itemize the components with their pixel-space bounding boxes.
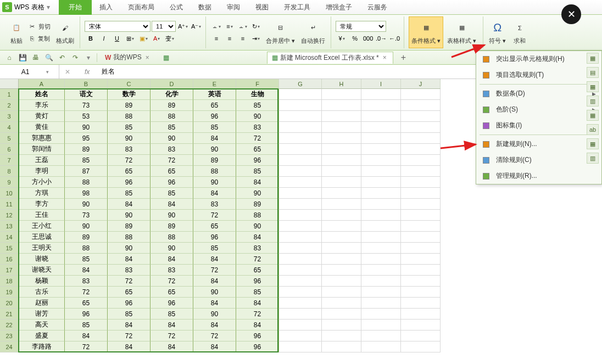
cell[interactable]: 83 <box>236 243 279 254</box>
cell[interactable]: 84 <box>193 133 236 144</box>
cell[interactable] <box>361 199 401 210</box>
cell[interactable]: 65 <box>108 287 150 298</box>
cell[interactable]: 85 <box>108 309 150 320</box>
cell[interactable]: 65 <box>108 166 150 177</box>
menu-item[interactable]: 新建规则(N)... <box>476 136 601 152</box>
comma-button[interactable]: 000 <box>362 33 374 44</box>
row-header-7[interactable]: 7 <box>0 155 19 166</box>
cell[interactable]: 88 <box>108 232 150 243</box>
col-header-E[interactable]: E <box>193 79 236 89</box>
cell[interactable]: 65 <box>236 144 279 155</box>
cell[interactable]: 盛夏 <box>19 331 65 341</box>
align-right-button[interactable]: ≡ <box>237 33 249 44</box>
cell[interactable]: 65 <box>193 100 236 111</box>
row-header-20[interactable]: 20 <box>0 298 19 309</box>
cell[interactable] <box>401 210 441 221</box>
cell[interactable]: 83 <box>150 144 193 155</box>
cell[interactable]: 王佳 <box>19 210 65 221</box>
rail-btn-6[interactable]: ab <box>587 124 599 135</box>
menu-tab-公式[interactable]: 公式 <box>162 0 191 15</box>
cell[interactable]: 72 <box>193 331 236 341</box>
cell[interactable] <box>361 320 401 331</box>
cell[interactable]: 90 <box>65 199 108 210</box>
cell[interactable] <box>279 265 322 276</box>
cell[interactable] <box>322 287 361 298</box>
cell[interactable]: 谢晓天 <box>19 265 65 276</box>
cell[interactable] <box>279 144 322 155</box>
cell[interactable] <box>361 254 401 265</box>
cell[interactable]: 88 <box>150 111 193 122</box>
cell[interactable]: 90 <box>150 243 193 254</box>
cell[interactable] <box>322 199 361 210</box>
row-header-10[interactable]: 10 <box>0 188 19 199</box>
cell[interactable]: 90 <box>65 221 108 232</box>
menu-item[interactable]: 数据条(D)▶ <box>476 86 601 102</box>
close-tab-icon[interactable]: × <box>144 54 151 61</box>
cell[interactable] <box>401 341 441 352</box>
fill-color-button[interactable]: ▣ <box>137 33 149 44</box>
cell[interactable]: 84 <box>193 276 236 287</box>
close-tab-icon[interactable]: × <box>381 54 388 61</box>
cell[interactable] <box>322 320 361 331</box>
cell[interactable] <box>401 100 441 111</box>
cell[interactable] <box>401 254 441 265</box>
cell[interactable]: 83 <box>236 122 279 133</box>
menu-tab-页面布局[interactable]: 页面布局 <box>120 0 162 15</box>
cell[interactable]: 96 <box>193 111 236 122</box>
cell[interactable]: 89 <box>150 100 193 111</box>
cell[interactable]: 72 <box>108 155 150 166</box>
cell[interactable] <box>401 243 441 254</box>
cell[interactable]: 83 <box>108 265 150 276</box>
row-header-21[interactable]: 21 <box>0 309 19 320</box>
cell[interactable]: 89 <box>108 221 150 232</box>
border-button[interactable]: ⊞ <box>124 33 136 44</box>
save-icon[interactable]: 💾 <box>18 53 27 63</box>
row-header-12[interactable]: 12 <box>0 210 19 221</box>
blank-doc-tab[interactable]: ▦ <box>159 53 264 63</box>
col-header-F[interactable]: F <box>236 79 279 89</box>
cell[interactable]: 88 <box>236 210 279 221</box>
name-box[interactable]: ▾ <box>0 65 59 79</box>
cell[interactable] <box>322 122 361 133</box>
cell[interactable]: 96 <box>236 341 279 352</box>
cell[interactable]: 96 <box>150 298 193 309</box>
cell[interactable] <box>279 254 322 265</box>
cell[interactable] <box>322 298 361 309</box>
cell[interactable]: 85 <box>108 188 150 199</box>
cell[interactable]: 96 <box>65 309 108 320</box>
cell[interactable]: 化学 <box>150 89 193 100</box>
cell[interactable]: 90 <box>193 309 236 320</box>
cell[interactable]: 84 <box>150 341 193 352</box>
cell[interactable]: 84 <box>65 331 108 341</box>
currency-button[interactable]: ¥ <box>336 33 348 44</box>
cell[interactable] <box>322 265 361 276</box>
cell[interactable] <box>401 111 441 122</box>
cell[interactable] <box>279 331 322 341</box>
cell[interactable]: 李明 <box>19 166 65 177</box>
cell[interactable] <box>401 177 441 188</box>
col-header-I[interactable]: I <box>361 79 401 89</box>
format-painter-button[interactable]: 🖌 格式刷 <box>54 16 76 48</box>
cell[interactable]: 90 <box>193 177 236 188</box>
cell[interactable]: 84 <box>193 341 236 352</box>
row-header-16[interactable]: 16 <box>0 254 19 265</box>
bold-button[interactable]: B <box>85 33 97 44</box>
row-header-2[interactable]: 2 <box>0 100 19 111</box>
menu-item[interactable]: 清除规则(C)▶ <box>476 152 601 168</box>
phonetic-button[interactable]: 变 <box>164 33 176 44</box>
cell[interactable]: 方琪 <box>19 188 65 199</box>
cell[interactable]: 73 <box>65 210 108 221</box>
align-middle-button[interactable]: ≡ <box>224 21 236 32</box>
cell[interactable]: 84 <box>236 320 279 331</box>
cell[interactable]: 84 <box>108 320 150 331</box>
cell[interactable]: 96 <box>150 177 193 188</box>
cell[interactable]: 84 <box>150 254 193 265</box>
menu-item[interactable]: 色阶(S)▶ <box>476 102 601 117</box>
cell[interactable]: 89 <box>65 232 108 243</box>
cell[interactable]: 语文 <box>65 89 108 100</box>
cell[interactable]: 89 <box>65 144 108 155</box>
cell[interactable]: 72 <box>108 331 150 341</box>
col-header-B[interactable]: B <box>65 79 108 89</box>
cell[interactable] <box>361 243 401 254</box>
qa-dropdown-icon[interactable]: ▾ <box>83 53 93 63</box>
